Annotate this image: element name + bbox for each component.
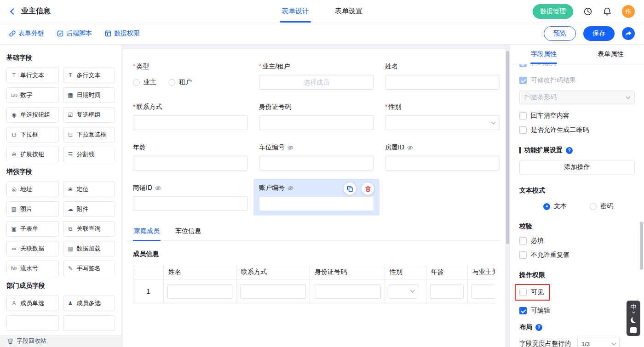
gender-select[interactable] [385, 115, 500, 130]
field-shop-id[interactable]: 商铺ID [127, 179, 253, 216]
field-item-related-data[interactable]: ∞关联数据 [6, 241, 59, 256]
help-icon[interactable] [566, 147, 573, 154]
name-input[interactable] [385, 75, 500, 90]
row-age-input[interactable] [430, 284, 464, 299]
add-operation-button[interactable]: 添加操作 [519, 160, 635, 175]
field-owner-member[interactable]: 业主/租户 [253, 57, 380, 94]
widget-square-icon[interactable] [630, 327, 637, 333]
field-item-datetime[interactable]: ▦日期时间 [63, 87, 115, 103]
canvas-scrollbar[interactable] [506, 51, 509, 244]
field-item-member-single[interactable]: ♙成员单选 [6, 296, 59, 311]
tab-form-properties[interactable]: 表单属性 [577, 45, 644, 64]
data-manage-button[interactable]: 数据管理 [533, 4, 573, 19]
panel-scrollbar[interactable] [640, 222, 643, 270]
member-picker-input[interactable] [259, 75, 374, 90]
age-input[interactable] [133, 156, 248, 171]
delete-field-button[interactable] [362, 182, 374, 195]
share-button[interactable] [622, 27, 635, 40]
no-duplicate-checkbox[interactable] [519, 251, 527, 259]
barcode-select[interactable]: 扫描条形码 [519, 91, 635, 104]
back-button[interactable] [9, 7, 17, 16]
shop-id-input[interactable] [133, 196, 248, 211]
row-name-input[interactable] [167, 284, 232, 299]
row-gender-select[interactable] [389, 284, 418, 299]
field-item-location[interactable]: ⊕定位 [63, 182, 115, 197]
field-item-signature[interactable]: ✎手写签名 [63, 261, 115, 276]
tab-family-members[interactable]: 家庭成员 [133, 222, 161, 240]
user-avatar[interactable]: 作 [622, 5, 635, 18]
field-recycle-bin[interactable]: 字段回收站 [0, 335, 121, 347]
field-item-serial-number[interactable]: №流水号 [6, 261, 59, 276]
extend-button-icon: ⊖ [11, 151, 17, 158]
radio-tenant[interactable] [168, 79, 175, 86]
toolbar-actions: 预览 保存 [544, 26, 635, 41]
field-item-extend-button[interactable]: ⊖扩展按钮 [6, 147, 59, 162]
field-item-number[interactable]: 123数字 [6, 87, 59, 103]
field-item-related-query[interactable]: ⧉关联查询 [63, 221, 115, 237]
field-item-address[interactable]: ◎地址 [6, 182, 59, 197]
save-button[interactable]: 保存 [583, 26, 615, 41]
clear-on-enter-checkbox[interactable] [519, 112, 527, 119]
copy-field-button[interactable] [344, 182, 356, 195]
field-item-multi-line-text[interactable]: Ŧ多行文本 [63, 68, 115, 83]
field-age[interactable]: 年龄 [127, 138, 253, 175]
field-name[interactable]: 姓名 [380, 57, 505, 94]
field-item-single-line-text[interactable]: T单行文本 [6, 68, 59, 83]
field-item-radio-group[interactable]: ◉单选按钮组 [6, 107, 59, 123]
notification-bell-icon[interactable] [603, 7, 612, 16]
row-id-number-input[interactable] [314, 284, 381, 299]
help-icon[interactable] [535, 324, 542, 331]
password-mode-radio[interactable] [590, 203, 597, 210]
field-width-select[interactable]: 1/3 [577, 337, 620, 347]
field-item-subform[interactable]: ▣子表单 [6, 221, 59, 237]
account-no-input[interactable] [259, 196, 374, 211]
text-mode-radio[interactable] [543, 203, 550, 210]
field-item-dropdown-multi[interactable]: ⊟下拉复选框 [63, 127, 115, 142]
editable-checkbox[interactable] [519, 307, 527, 314]
field-item-label: 附件 [77, 205, 89, 213]
field-id-number[interactable]: 身份证号码 [253, 98, 380, 135]
preview-button[interactable]: 预览 [544, 26, 576, 41]
field-item-image[interactable]: ▧图片 [6, 201, 59, 217]
visible-label: 可见 [531, 288, 544, 296]
dark-mode-moon-icon[interactable] [631, 317, 637, 323]
field-parking-no[interactable]: 车位编号 [253, 138, 380, 175]
field-type[interactable]: 类型 业主 租户 [127, 57, 253, 94]
history-icon[interactable] [583, 7, 592, 16]
scan-input-checkbox[interactable] [519, 64, 527, 67]
tab-form-settings[interactable]: 表单设置 [335, 0, 362, 23]
field-label: 性别 [385, 103, 401, 111]
language-toggle[interactable]: 中 [631, 304, 637, 313]
recycle-bin-label: 字段回收站 [17, 337, 46, 345]
visible-checkbox[interactable] [519, 289, 527, 296]
field-account-no-selected[interactable]: 账户编号 [253, 179, 380, 216]
row-contact-input[interactable] [240, 284, 306, 299]
parking-no-input[interactable] [259, 156, 374, 171]
field-item-dropdown[interactable]: ⊡下拉框 [6, 127, 59, 142]
allow-qrcode-checkbox[interactable] [519, 126, 527, 134]
field-item-member-multi[interactable]: ♟成员多选 [63, 296, 115, 311]
tab-parking-info[interactable]: 车位信息 [174, 222, 202, 240]
modify-scan-result-checkbox[interactable] [519, 77, 527, 84]
field-item-clipped[interactable] [63, 315, 115, 331]
id-number-input[interactable] [259, 115, 374, 130]
field-gender[interactable]: 性别 [380, 98, 505, 135]
field-item-divider[interactable]: ☰分割线 [63, 147, 115, 162]
contact-input[interactable] [133, 115, 248, 130]
field-contact[interactable]: 联系方式 [127, 98, 253, 135]
house-id-input[interactable] [385, 156, 500, 171]
row-relation-input[interactable] [472, 284, 495, 299]
tab-field-properties[interactable]: 字段属性 [510, 45, 577, 64]
required-checkbox[interactable] [519, 237, 527, 245]
data-permission-button[interactable]: 数据权限 [105, 29, 140, 38]
radio-owner[interactable] [133, 79, 140, 86]
external-link-button[interactable]: 表单外链 [9, 29, 44, 38]
field-actions [344, 182, 374, 195]
field-item-attachment[interactable]: ☁附件 [63, 201, 115, 217]
field-house-id[interactable]: 房屋ID [380, 138, 505, 175]
tab-form-design[interactable]: 表单设计 [282, 0, 309, 23]
field-item-checkbox-group[interactable]: ☑复选框组 [63, 107, 115, 123]
backend-script-button[interactable]: 后端脚本 [57, 29, 92, 38]
field-item-data-load[interactable]: ▥数据加载 [63, 241, 115, 256]
field-item-clipped[interactable] [6, 315, 59, 331]
